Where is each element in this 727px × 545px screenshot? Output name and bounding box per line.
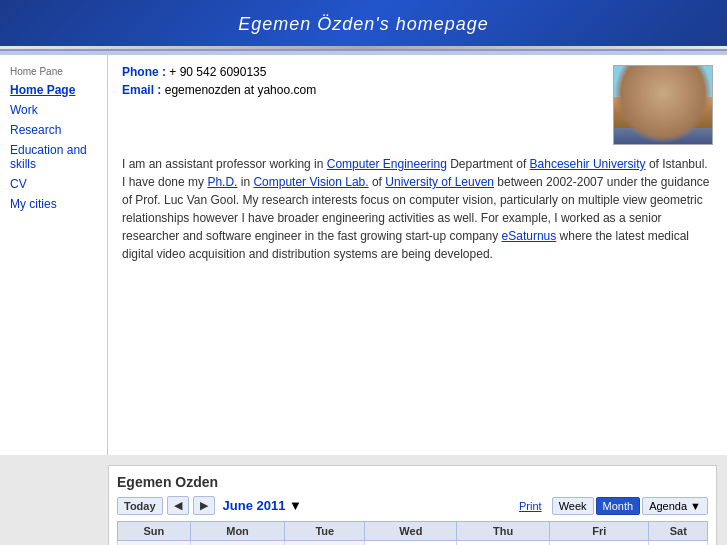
sidebar-item-home[interactable]: Home Page <box>0 80 107 100</box>
col-sun: Sun <box>118 522 191 541</box>
today-button[interactable]: Today <box>117 497 163 515</box>
week-view-button[interactable]: Week <box>552 497 594 515</box>
phone-line: Phone : + 90 542 6090135 <box>122 65 603 79</box>
sidebar-item-education[interactable]: Education and skills <box>0 140 107 174</box>
prev-button[interactable]: ◀ <box>167 496 189 515</box>
agenda-view-button[interactable]: Agenda ▼ <box>642 497 708 515</box>
calendar-header-row: Sun Mon Tue Wed Thu Fri Sat <box>118 522 708 541</box>
calendar-header: Today ◀ ▶ June 2011 ▼ Print Week Month A… <box>117 496 708 515</box>
sidebar-item-cv[interactable]: CV <box>0 174 107 194</box>
phd-link[interactable]: Ph.D. <box>207 175 237 189</box>
phone-value: + 90 542 6090135 <box>169 65 266 79</box>
sidebar-item-cities[interactable]: My cities <box>0 194 107 214</box>
col-sat: Sat <box>649 522 708 541</box>
month-view-button[interactable]: Month <box>596 497 641 515</box>
cal-nav: Today ◀ ▶ June 2011 ▼ <box>117 496 306 515</box>
computer-engineering-link[interactable]: Computer Engineering <box>327 157 447 171</box>
contact-text: Phone : + 90 542 6090135 Email : egemeno… <box>122 65 603 145</box>
phone-label: Phone : <box>122 65 166 79</box>
cal-view-buttons: Print Week Month Agenda ▼ <box>519 497 708 515</box>
col-tue: Tue <box>285 522 365 541</box>
contact-section: Phone : + 90 542 6090135 Email : egemeno… <box>122 65 713 145</box>
cal-day[interactable]: 2 10:30am cmpe 3002 - 2pm office hours <box>457 541 550 546</box>
photo-placeholder <box>614 66 712 144</box>
email-line: Email : egemenozden at yahoo.com <box>122 83 603 97</box>
page-title: Egemen Özden's homepage <box>0 14 727 35</box>
profile-photo <box>613 65 713 145</box>
cv-lab-link[interactable]: Computer Vision Lab. <box>253 175 368 189</box>
cal-day[interactable]: Jun 1 7pm 3D vision - cmpe <box>365 541 457 546</box>
col-mon: Mon <box>190 522 285 541</box>
sidebar-item-research[interactable]: Research <box>0 120 107 140</box>
calendar-month: June 2011 ▼ <box>223 498 302 513</box>
sidebar-item-work[interactable]: Work <box>0 100 107 120</box>
main-layout: Home Pane Home Page Work Research Educat… <box>0 55 727 455</box>
esaturnus-link[interactable]: eSaturnus <box>502 229 557 243</box>
sidebar-label: Home Pane <box>0 63 107 80</box>
cal-day[interactable]: 4 <box>649 541 708 546</box>
calendar-section: Egemen Ozden Today ◀ ▶ June 2011 ▼ Print… <box>108 465 717 545</box>
content-area: Phone : + 90 542 6090135 Email : egemeno… <box>108 55 727 455</box>
sidebar: Home Pane Home Page Work Research Educat… <box>0 55 108 455</box>
cal-day[interactable]: 29 <box>118 541 191 546</box>
email-label: Email : <box>122 83 161 97</box>
page-header: Egemen Özden's homepage <box>0 0 727 49</box>
email-value: egemenozden at yahoo.com <box>165 83 316 97</box>
bio-text: I am an assistant professor working in C… <box>122 155 713 263</box>
table-row: 29 30 10:30am make-up mid 10am EA-FN 2:3… <box>118 541 708 546</box>
col-wed: Wed <box>365 522 457 541</box>
calendar-owner: Egemen Ozden <box>117 474 708 490</box>
bahcesehir-link[interactable]: Bahcesehir University <box>530 157 646 171</box>
cal-day[interactable]: 3 9am office hours <box>549 541 649 546</box>
calendar-grid: Sun Mon Tue Wed Thu Fri Sat 29 30 10:30a… <box>117 521 708 545</box>
leuven-link[interactable]: University of Leuven <box>385 175 494 189</box>
cal-day[interactable]: 31 <box>285 541 365 546</box>
col-fri: Fri <box>549 522 649 541</box>
print-link[interactable]: Print <box>519 500 542 512</box>
next-button[interactable]: ▶ <box>193 496 215 515</box>
col-thu: Thu <box>457 522 550 541</box>
cal-day[interactable]: 30 10:30am make-up mid 10am EA-FN 2:30pm… <box>190 541 285 546</box>
